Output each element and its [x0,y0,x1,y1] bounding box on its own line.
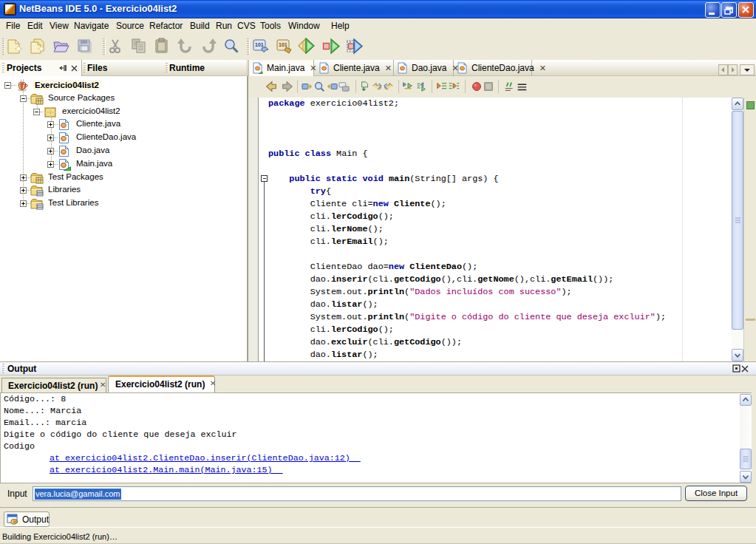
svg-text:101: 101 [255,42,264,47]
svg-text:101: 101 [279,42,287,47]
